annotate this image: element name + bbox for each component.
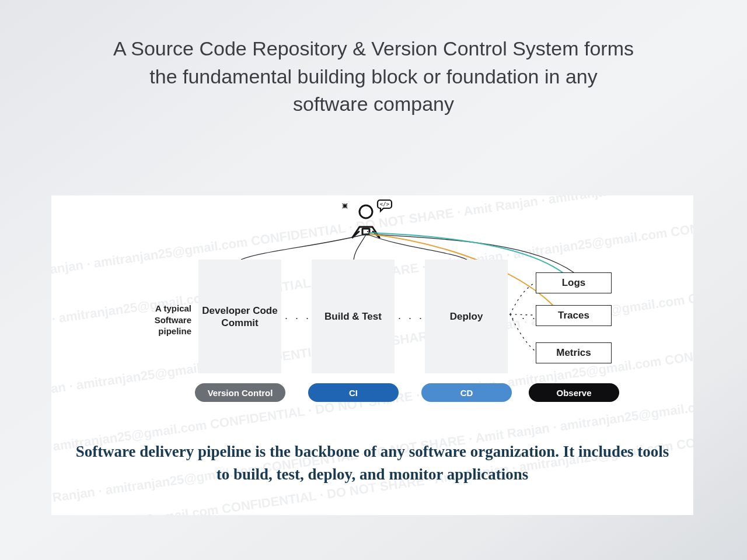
- svg-rect-1: [362, 229, 369, 235]
- stage-separator: · · ·: [398, 312, 424, 324]
- category-version-control: Version Control: [195, 383, 285, 402]
- slide-headline: A Source Code Repository & Version Contr…: [111, 35, 636, 118]
- stage-label: Developer Code Commit: [198, 304, 281, 329]
- category-observe: Observe: [529, 383, 619, 402]
- stage-deploy: Deploy: [425, 260, 508, 373]
- svg-point-2: [367, 231, 368, 232]
- stage-build-test: Build & Test: [312, 260, 395, 373]
- category-ci: CI: [308, 383, 399, 402]
- category-cd: CD: [421, 383, 512, 402]
- pipeline-caption: A typical Software pipeline: [121, 303, 191, 337]
- svg-point-0: [359, 205, 372, 218]
- stage-separator: · · ·: [285, 312, 311, 324]
- developer-icon: </>: [340, 199, 393, 241]
- stage-developer-commit: Developer Code Commit: [198, 260, 281, 373]
- svg-text:</>: </>: [380, 201, 390, 207]
- observe-traces-box: Traces: [536, 305, 612, 326]
- observe-metrics-box: Metrics: [536, 342, 612, 363]
- diagram-panel: Amit Ranjan · amitranjan25@gmail.com CON…: [51, 195, 693, 515]
- stage-label: Deploy: [425, 310, 508, 323]
- stage-label: Build & Test: [312, 310, 395, 323]
- observe-logs-box: Logs: [536, 272, 612, 293]
- diagram-caption: Software delivery pipeline is the backbo…: [51, 440, 693, 486]
